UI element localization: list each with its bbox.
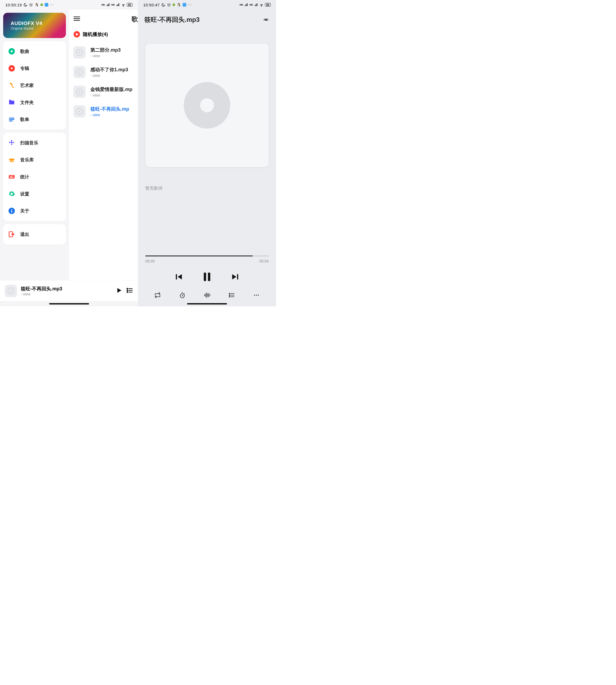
sleep-timer-button[interactable] xyxy=(179,292,185,298)
alarm-icon xyxy=(29,3,33,7)
song-subtitle: - view xyxy=(90,93,132,97)
menu-item-albums[interactable]: 专辑 xyxy=(3,60,66,77)
home-indicator[interactable] xyxy=(0,301,138,306)
menu-item-folders[interactable]: 文件夹 xyxy=(3,94,66,111)
song-thumb-icon xyxy=(73,105,86,117)
exit-icon xyxy=(8,231,16,238)
signal-icon-2 xyxy=(116,3,120,7)
svg-point-74 xyxy=(229,295,230,296)
svg-rect-19 xyxy=(9,160,14,162)
pause-button[interactable] xyxy=(201,271,213,282)
svg-rect-63 xyxy=(208,273,211,281)
album-art[interactable] xyxy=(145,44,269,167)
menu-label: 退出 xyxy=(20,231,29,237)
info-icon xyxy=(8,207,16,215)
song-list-panel: 歌 随机播放(4) 第二部分.mp3 - view xyxy=(69,9,138,280)
svg-rect-4 xyxy=(109,3,109,6)
wifi-icon xyxy=(259,3,264,7)
now-playing-bar[interactable]: 筱旺-不再回头.mp3 - view xyxy=(0,280,138,301)
song-item-active[interactable]: 筱旺-不再回头.mp - view xyxy=(72,102,138,121)
song-title: 感动不了你1.mp3 xyxy=(90,66,128,73)
album-placeholder-icon xyxy=(179,78,235,133)
equalizer-button[interactable] xyxy=(204,292,210,298)
status-time: 10:50:47 xyxy=(143,3,160,7)
song-title: 金钱爱情最新版.mp xyxy=(90,86,132,92)
song-list: 第二部分.mp3 - view 感动不了你1.mp3 - view xyxy=(72,43,138,121)
menu-label: 专辑 xyxy=(20,65,29,71)
svg-point-42 xyxy=(127,288,128,289)
sidebar-drawer: AUDIOFX V4 Original Sound 歌曲 专辑 xyxy=(0,9,69,280)
repeat-button[interactable] xyxy=(154,292,161,298)
scan-icon xyxy=(8,139,16,147)
svg-point-44 xyxy=(127,290,128,291)
menu-label: 设置 xyxy=(20,191,29,197)
menu-item-artists[interactable]: 艺术家 xyxy=(3,77,66,94)
song-item[interactable]: 感动不了你1.mp3 - view xyxy=(72,62,138,82)
mic-icon xyxy=(8,82,16,89)
menu-group-tools: 扫描音乐 音乐库 统计 xyxy=(3,133,66,221)
menu-item-scan[interactable]: 扫描音乐 xyxy=(3,134,66,151)
player-track-title: 筱旺-不再回头.mp3 xyxy=(144,16,200,24)
disc-icon xyxy=(8,48,16,55)
svg-point-33 xyxy=(79,51,81,53)
menu-item-exit[interactable]: 退出 xyxy=(3,226,66,243)
svg-point-9 xyxy=(123,6,124,7)
cast-button[interactable] xyxy=(262,16,270,23)
svg-rect-3 xyxy=(108,4,109,6)
album-icon xyxy=(8,65,16,72)
menu-label: 统计 xyxy=(20,174,29,180)
penguin-icon: 🐧 xyxy=(35,3,39,7)
penguin-icon: 🐧 xyxy=(177,3,181,7)
play-button[interactable] xyxy=(116,287,123,295)
svg-rect-16 xyxy=(9,119,14,120)
song-title: 筱旺-不再回头.mp xyxy=(90,106,129,112)
svg-rect-50 xyxy=(245,4,246,6)
menu-item-playlists[interactable]: 歌单 xyxy=(3,111,66,128)
song-subtitle: - view xyxy=(90,113,129,117)
moon-icon xyxy=(23,3,27,7)
status-bar-right: 10:50:47 🐧 ⋯ HD HD 82 xyxy=(138,0,276,9)
next-button[interactable] xyxy=(231,272,240,281)
svg-point-37 xyxy=(79,91,81,93)
np-thumb-icon xyxy=(5,285,17,297)
hd-indicator: HD xyxy=(102,3,105,6)
song-item[interactable]: 金钱爱情最新版.mp - view xyxy=(72,82,138,102)
song-subtitle: - view xyxy=(90,73,128,78)
progress-slider[interactable] xyxy=(145,256,269,256)
menu-item-library[interactable]: 音乐库 xyxy=(3,151,66,168)
menu-item-stats[interactable]: 统计 xyxy=(3,168,66,185)
menu-item-songs[interactable]: 歌曲 xyxy=(3,43,66,60)
svg-point-80 xyxy=(258,295,259,296)
shuffle-all-button[interactable]: 随机播放(4) xyxy=(72,26,138,43)
queue-list-button[interactable] xyxy=(228,292,235,298)
svg-rect-56 xyxy=(257,3,258,6)
svg-rect-7 xyxy=(118,4,118,6)
song-item[interactable]: 第二部分.mp3 - view xyxy=(72,43,138,62)
audiofx-title: AUDIOFX V4 xyxy=(10,20,66,26)
svg-point-76 xyxy=(229,297,230,297)
moon-icon xyxy=(161,3,165,7)
menu-item-about[interactable]: 关于 xyxy=(3,202,66,219)
svg-rect-17 xyxy=(9,121,13,121)
status-time: 10:50:19 xyxy=(5,3,22,7)
queue-button[interactable] xyxy=(126,287,133,295)
progress-fill xyxy=(145,256,253,256)
svg-rect-5 xyxy=(116,5,117,6)
audiofx-card[interactable]: AUDIOFX V4 Original Sound xyxy=(3,13,66,38)
home-indicator[interactable] xyxy=(138,301,276,306)
menu-label: 扫描音乐 xyxy=(20,140,38,146)
svg-point-58 xyxy=(265,19,267,20)
svg-rect-15 xyxy=(9,118,14,119)
blue-dot-icon xyxy=(45,3,48,7)
more-options-button[interactable] xyxy=(253,292,260,298)
menu-label: 关于 xyxy=(20,208,29,214)
menu-item-settings[interactable]: 设置 xyxy=(3,185,66,202)
blue-dot-icon xyxy=(182,3,186,7)
svg-rect-1 xyxy=(107,5,107,6)
previous-button[interactable] xyxy=(174,272,183,281)
menu-label: 音乐库 xyxy=(20,157,34,163)
svg-point-72 xyxy=(229,293,230,294)
battery-icon: 82 xyxy=(127,3,133,7)
status-more-icon: ⋯ xyxy=(50,3,54,7)
menu-button[interactable] xyxy=(72,13,138,26)
